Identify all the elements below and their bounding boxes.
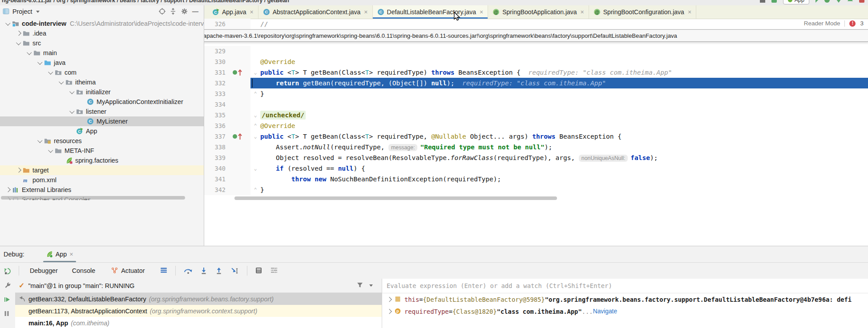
line-number[interactable]: 332: [204, 78, 230, 88]
chevron-down-icon[interactable]: [15, 42, 23, 44]
code-body[interactable]: Object resolved = resolveBean(Resolvable…: [250, 152, 868, 163]
chevron-down-icon[interactable]: [47, 150, 55, 152]
tree-item-target[interactable]: target: [0, 165, 204, 175]
code-body[interactable]: @Override: [250, 56, 868, 67]
line-number[interactable]: 341: [204, 174, 230, 184]
evaluate-expression-input[interactable]: Evaluate expression (Enter) or add a wat…: [382, 279, 868, 293]
project-panel-title[interactable]: Project: [12, 8, 32, 15]
code-line-329[interactable]: 329: [204, 46, 868, 56]
code-text[interactable]: //: [260, 19, 268, 29]
run-icon[interactable]: [771, 0, 777, 3]
tree-item-com[interactable]: com: [0, 68, 204, 77]
step-into-icon[interactable]: [201, 267, 208, 274]
gutter[interactable]: [230, 163, 250, 174]
tree-item-spring-factories[interactable]: ✱spring.factories: [0, 156, 204, 165]
tree-item-resources[interactable]: resources: [0, 136, 204, 146]
variable-row-requiredtype[interactable]: prequiredType = {Class@1820} "class com.…: [382, 305, 868, 317]
hide-panel-icon[interactable]: —: [192, 8, 198, 15]
collapse-all-icon[interactable]: [170, 8, 177, 15]
fold-marker-icon[interactable]: ⌄: [250, 131, 260, 142]
chevron-down-icon[interactable]: [36, 62, 44, 64]
gutter[interactable]: [230, 99, 250, 110]
debug-session-tab[interactable]: App ×: [43, 246, 76, 262]
line-number[interactable]: 338: [204, 142, 230, 152]
fold-marker-icon[interactable]: ⌃: [250, 120, 260, 131]
code-text[interactable]: }: [260, 184, 264, 195]
code-text[interactable]: return getBean(requiredType, (Object[]) …: [260, 78, 606, 88]
code-text[interactable]: Object resolved = resolveBean(Resolvable…: [260, 152, 658, 164]
code-line-337[interactable]: 337⌄public <T> T getBean(Class<T> requir…: [204, 131, 868, 142]
chevron-right-icon[interactable]: [386, 310, 393, 313]
tree-item-itheima[interactable]: itheima: [0, 77, 204, 87]
fold-marker-icon[interactable]: ⌃: [250, 88, 260, 99]
code-body[interactable]: ⌃@Override: [250, 120, 868, 131]
error-indicator-icon[interactable]: !: [849, 20, 856, 27]
line-number[interactable]: 335: [204, 110, 230, 120]
pause-icon[interactable]: [4, 311, 11, 318]
code-body[interactable]: throw new NoSuchBeanDefinitionException(…: [250, 174, 868, 184]
code-text[interactable]: throw new NoSuchBeanDefinitionException(…: [260, 174, 501, 184]
line-number[interactable]: 326: [204, 19, 230, 29]
tree-item-main[interactable]: main: [0, 48, 204, 58]
tree-horizontal-scrollbar[interactable]: [1, 196, 185, 200]
tree-item-listener[interactable]: listener: [0, 107, 204, 116]
editor-hscroll-track[interactable]: [204, 196, 868, 200]
close-icon[interactable]: ×: [69, 251, 73, 258]
chevron-down-icon[interactable]: [68, 111, 76, 113]
code-line-340[interactable]: 340⌄ if (resolved == null) {: [204, 163, 868, 174]
select-opened-file-icon[interactable]: [159, 8, 166, 15]
coverage-icon[interactable]: [836, 0, 841, 3]
gutter[interactable]: [230, 184, 250, 195]
line-number[interactable]: 336: [204, 120, 230, 131]
run-config-combo[interactable]: App: [783, 0, 809, 4]
debug-button-icon[interactable]: [824, 0, 830, 3]
tab-debugger[interactable]: Debugger: [30, 267, 58, 274]
chevron-right-icon[interactable]: [15, 168, 23, 172]
code-body[interactable]: [250, 99, 868, 110]
tree-item-external-libraries[interactable]: External Libraries: [0, 185, 204, 195]
step-out-icon[interactable]: [216, 267, 223, 274]
tree-item-mylistener[interactable]: CMyListener: [0, 116, 204, 126]
code-line-334[interactable]: 334: [204, 99, 868, 110]
code-body[interactable]: ⌄ if (resolved == null) {: [250, 163, 868, 174]
gutter[interactable]: [230, 88, 250, 99]
code-text[interactable]: @Override: [260, 56, 295, 67]
editor-horizontal-scrollbar[interactable]: [234, 196, 557, 200]
code-line-332[interactable]: 332 return getBean(requiredType, (Object…: [204, 78, 868, 88]
code-line-339[interactable]: 339 Object resolved = resolveBean(Resolv…: [204, 152, 868, 163]
code-line-331[interactable]: 331⌄public <T> T getBean(Class<T> requir…: [204, 67, 868, 78]
code-text[interactable]: }: [260, 88, 264, 99]
chevron-down-icon[interactable]: [25, 52, 33, 54]
step-over-icon[interactable]: [184, 267, 193, 274]
code-line-336[interactable]: 336⌃@Override: [204, 120, 868, 131]
tree-item-idea[interactable]: .idea: [0, 28, 204, 38]
chevron-right-icon[interactable]: [386, 298, 393, 301]
tree-item-src[interactable]: src: [0, 38, 204, 48]
code-body[interactable]: ⌄public <T> T getBean(Class<T> requiredT…: [250, 131, 868, 142]
stack-frame-0[interactable]: getBean:332, DefaultListableBeanFactory(…: [15, 293, 382, 305]
evaluate-expression-icon[interactable]: [255, 267, 262, 274]
view-options-icon[interactable]: [270, 267, 278, 274]
tree-item-pom-xml[interactable]: mpom.xml: [0, 175, 204, 185]
navigate-link[interactable]: Navigate: [593, 308, 617, 315]
code-line-326[interactable]: 326 // Reader Mode ! 3: [204, 19, 868, 29]
line-number[interactable]: 330: [204, 56, 230, 67]
gutter[interactable]: [230, 120, 250, 131]
breakpoint-icon[interactable]: [230, 67, 250, 78]
line-number[interactable]: 334: [204, 99, 230, 110]
line-number[interactable]: 340: [204, 163, 230, 174]
code-body[interactable]: ⌃}: [250, 88, 868, 99]
chevron-down-icon[interactable]: [36, 11, 40, 13]
filter-icon[interactable]: [357, 282, 364, 289]
fold-marker-icon[interactable]: ⌄: [250, 163, 260, 174]
editor-tab-app-java[interactable]: CApp.java×: [208, 5, 258, 19]
chevron-right-icon[interactable]: [4, 188, 12, 192]
layout-options-icon[interactable]: [160, 267, 167, 274]
close-icon[interactable]: ×: [480, 8, 483, 16]
code-text[interactable]: /unchecked/: [260, 110, 306, 120]
breakpoint-icon[interactable]: [230, 131, 250, 142]
code-body[interactable]: ⌄/unchecked/: [250, 110, 868, 120]
breadcrumb[interactable]: ng-beans-6.0.11.jar / org / springframew…: [2, 0, 289, 4]
code-text[interactable]: public <T> T getBean(Class<T> requiredTy…: [260, 67, 672, 78]
wrench-icon[interactable]: [4, 282, 11, 289]
